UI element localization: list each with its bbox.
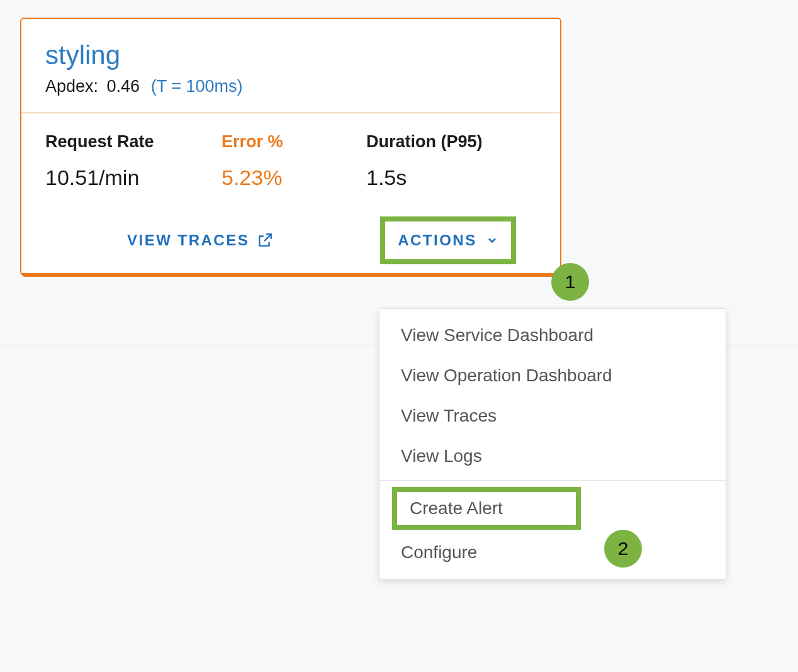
- view-traces-link[interactable]: VIEW TRACES: [127, 232, 273, 249]
- chevron-down-icon: [486, 234, 498, 247]
- card-header: styling Apdex: 0.46 (T = 100ms): [21, 19, 560, 113]
- apdex-threshold[interactable]: (T = 100ms): [151, 77, 243, 96]
- metric-value-error-pct: 5.23%: [222, 165, 366, 190]
- actions-button[interactable]: ACTIONS: [386, 228, 510, 253]
- metric-label-duration-p95: Duration (P95): [366, 132, 536, 152]
- actions-dropdown: View Service Dashboard View Operation Da…: [379, 308, 726, 580]
- dropdown-item-view-service-dashboard[interactable]: View Service Dashboard: [379, 315, 726, 356]
- metric-label-request-rate: Request Rate: [45, 132, 222, 152]
- card-accent-border: [21, 273, 560, 277]
- metric-duration-p95: Duration (P95) 1.5s: [366, 132, 536, 190]
- dropdown-item-configure[interactable]: Configure: [379, 532, 726, 573]
- metric-value-request-rate: 10.51/min: [45, 165, 222, 190]
- metric-value-duration-p95: 1.5s: [366, 165, 536, 190]
- metric-error-pct: Error % 5.23%: [222, 132, 366, 190]
- actions-button-label: ACTIONS: [398, 232, 477, 249]
- dropdown-item-view-traces[interactable]: View Traces: [379, 396, 726, 436]
- annotation-badge-2: 2: [604, 530, 642, 568]
- dropdown-item-view-operation-dashboard[interactable]: View Operation Dashboard: [379, 356, 726, 396]
- apdex-line: Apdex: 0.46 (T = 100ms): [45, 77, 536, 96]
- actions-button-wrapper: ACTIONS: [386, 228, 510, 253]
- actions-row: VIEW TRACES ACTIONS: [21, 196, 560, 274]
- view-traces-label: VIEW TRACES: [127, 232, 249, 249]
- apdex-label: Apdex:: [45, 77, 98, 96]
- dropdown-divider: [379, 480, 726, 481]
- annotation-badge-1: 1: [551, 263, 589, 301]
- metric-request-rate: Request Rate 10.51/min: [45, 132, 222, 190]
- create-alert-label: Create Alert: [410, 498, 503, 518]
- metrics-row: Request Rate 10.51/min Error % 5.23% Dur…: [21, 113, 560, 196]
- metric-label-error-pct: Error %: [222, 132, 366, 152]
- apdex-value: 0.46: [107, 77, 140, 96]
- dropdown-item-view-logs[interactable]: View Logs: [379, 436, 726, 476]
- external-link-icon: [257, 232, 273, 249]
- service-name[interactable]: styling: [45, 40, 536, 70]
- dropdown-item-create-alert[interactable]: Create Alert: [379, 484, 726, 532]
- service-card: styling Apdex: 0.46 (T = 100ms) Request …: [20, 18, 561, 276]
